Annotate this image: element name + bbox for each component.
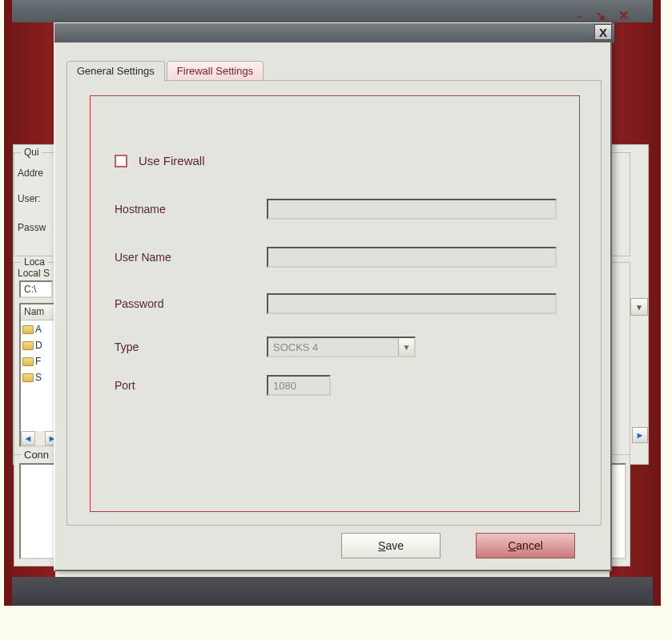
password-input[interactable] [267, 293, 557, 314]
hostname-input[interactable] [267, 199, 557, 220]
remote-path-dropdown-icon[interactable]: ▼ [630, 298, 648, 316]
hostname-row: Hostname [115, 199, 557, 220]
user-label: User: [18, 193, 41, 204]
list-item[interactable]: F [22, 354, 41, 369]
list-item-label: S [35, 372, 42, 383]
password-row: Password [115, 293, 557, 314]
password-label: Passw [18, 222, 46, 233]
tab-label: General Settings [77, 65, 155, 77]
remote-scroll-right-icon[interactable]: ► [632, 427, 648, 443]
username-label: User Name [115, 251, 267, 264]
list-item[interactable]: S [22, 370, 42, 385]
list-item[interactable]: A [22, 322, 42, 337]
hostname-label: Hostname [115, 203, 267, 216]
parent-window-controls[interactable]: - ↘ ✕ [577, 8, 634, 23]
type-label: Type [115, 341, 267, 353]
username-row: User Name [115, 247, 557, 268]
port-input[interactable] [267, 375, 331, 396]
port-label: Port [115, 379, 267, 392]
tab-bar: General Settings Firewall Settings [66, 61, 264, 82]
local-group-label: Loca [21, 256, 48, 268]
list-item[interactable]: D [22, 338, 42, 353]
tab-firewall-settings[interactable]: Firewall Settings [167, 61, 264, 82]
form-frame: Use Firewall Hostname User Name Password… [90, 95, 580, 512]
folder-icon [22, 325, 34, 334]
type-select[interactable]: SOCKS 4 ▼ [267, 337, 416, 357]
list-item-label: F [35, 356, 41, 367]
parent-titlebar: - ↘ ✕ [4, 0, 661, 22]
tab-page-firewall: Use Firewall Hostname User Name Password… [66, 80, 602, 526]
local-system-label: Local S [18, 268, 50, 279]
tab-label: Firewall Settings [177, 65, 253, 77]
save-button[interactable]: Save [341, 533, 441, 558]
port-row: Port [115, 375, 331, 396]
settings-dialog: X General Settings Firewall Settings Use… [54, 22, 612, 571]
button-label: Save [378, 539, 404, 552]
close-icon: X [599, 26, 607, 39]
use-firewall-row: Use Firewall [115, 154, 205, 167]
path-input[interactable]: C:\ [19, 280, 53, 298]
close-button[interactable]: X [594, 24, 612, 40]
username-input[interactable] [267, 247, 557, 268]
use-firewall-checkbox[interactable] [115, 155, 127, 167]
tab-general-settings[interactable]: General Settings [66, 61, 165, 82]
type-selected-value: SOCKS 4 [273, 341, 318, 353]
folder-icon [22, 373, 34, 382]
parent-statusbar [4, 577, 661, 606]
connection-status-label: Conn [21, 449, 52, 461]
password-label: Password [115, 297, 267, 310]
chevron-down-icon[interactable]: ▼ [398, 338, 414, 356]
use-firewall-label: Use Firewall [139, 154, 205, 167]
address-label: Addre [18, 167, 43, 179]
dialog-titlebar[interactable]: X [54, 23, 614, 42]
button-label: Cancel [508, 539, 543, 552]
type-row: Type SOCKS 4 ▼ [115, 337, 416, 357]
folder-icon [22, 341, 34, 350]
dialog-button-row: Save Cancel [55, 533, 610, 558]
folder-icon [22, 357, 34, 366]
quick-connect-label: Qui [21, 147, 42, 158]
list-item-label: A [35, 324, 42, 335]
scroll-left-icon[interactable]: ◄ [21, 431, 35, 445]
cancel-button[interactable]: Cancel [476, 533, 575, 558]
list-item-label: D [35, 340, 42, 351]
